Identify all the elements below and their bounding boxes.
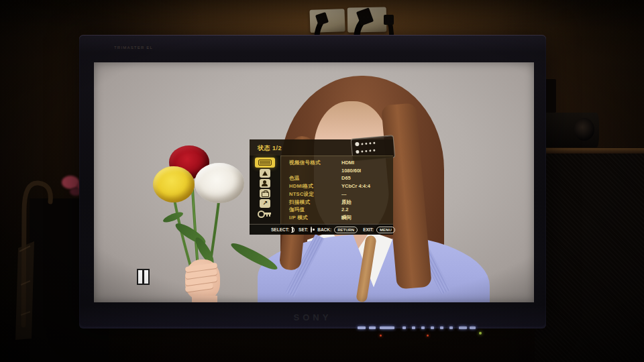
osd-footer-bar: SELECT: SET: BACK: RETURN EXIT: MENU	[250, 224, 393, 235]
return-button[interactable]: RETURN	[334, 227, 358, 233]
red-led	[380, 335, 382, 337]
red-led	[427, 335, 429, 337]
osd-row-ntsc-setup[interactable]: NTSC设定 ---	[281, 190, 393, 198]
osd-content: 视频信号格式 HDMI 1080/60I 色温 D65 HDMI格式 YCbCr…	[280, 156, 393, 224]
menu-button[interactable]: MENU	[376, 227, 395, 233]
key-lock-icon[interactable]	[258, 209, 272, 217]
osd-page-title: 状态 1/2	[258, 144, 282, 153]
user-profile-icon[interactable]	[260, 179, 270, 188]
remote-arrow-icon[interactable]: ↗	[260, 199, 270, 208]
osd-sidebar: ↗	[250, 156, 280, 224]
monitor-brand-logo: SONY	[79, 312, 546, 322]
toolbox-icon[interactable]	[260, 189, 270, 198]
osd-row-gamma[interactable]: 伽玛值 2.2	[281, 206, 393, 213]
select-label: SELECT:	[271, 227, 289, 232]
set-label: SET:	[299, 227, 308, 232]
osd-row-signal-detail[interactable]: 1080/60I	[281, 167, 393, 174]
exit-label: EXIT:	[363, 227, 374, 232]
speaker-panel	[535, 154, 644, 362]
green-led	[479, 332, 482, 335]
set-knob-icon	[311, 227, 312, 233]
select-knob-icon	[292, 227, 293, 233]
osd-menu: 状态 1/2 ↗ 视频信号格式 HDMI 1080/60I 色温 D	[250, 139, 393, 235]
osd-row-video-format[interactable]: 视频信号格式 HDMI	[281, 159, 393, 166]
back-label: BACK:	[317, 227, 331, 232]
umbrella	[3, 171, 57, 345]
osd-row-ip-mode[interactable]: I/P 模式 瞬间	[281, 214, 393, 221]
osd-row-scan-mode[interactable]: 扫描模式 原始	[281, 198, 393, 206]
monitor-tagline: TRIMASTER EL	[114, 46, 153, 50]
status-list-icon[interactable]	[255, 158, 275, 168]
shelf-edge	[532, 148, 644, 154]
osd-row-hdmi-format[interactable]: HDMI格式 YCbCr 4:4:4	[281, 182, 393, 190]
color-temp-icon[interactable]	[260, 169, 270, 178]
projector-lens	[574, 118, 594, 141]
osd-row-color-temp[interactable]: 色温 D65	[281, 174, 393, 182]
